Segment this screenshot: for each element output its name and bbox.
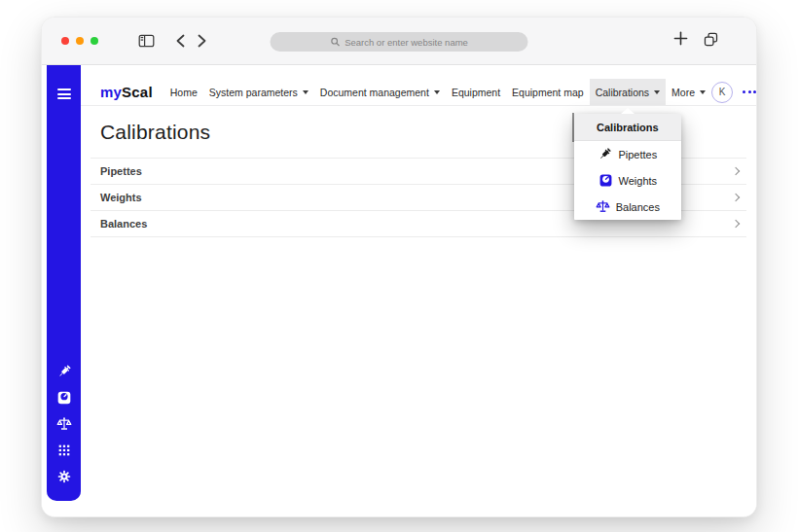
tab-overview-icon[interactable] — [703, 31, 719, 48]
weight-scale-icon — [598, 173, 613, 188]
sidebar-toggle-icon[interactable] — [137, 33, 156, 49]
pipette-icon — [56, 364, 72, 379]
browser-toolbar: Search or enter website name — [42, 18, 756, 65]
sidebar-item-weights[interactable] — [56, 390, 72, 406]
menu-item-balances[interactable]: Balances — [574, 194, 681, 220]
nav-item-system-parameters[interactable]: System parameters — [203, 79, 314, 105]
window-controls — [61, 37, 98, 45]
sidebar-item-balances[interactable] — [56, 416, 72, 432]
minimize-window-button[interactable] — [76, 37, 84, 45]
app-area: myScal Home System parameters Document m… — [42, 65, 756, 516]
browser-window: Search or enter website name — [41, 17, 757, 517]
content-area: myScal Home System parameters Document m… — [81, 65, 756, 516]
pipette-icon — [598, 147, 612, 161]
chevron-down-icon — [654, 90, 660, 94]
search-placeholder: Search or enter website name — [345, 37, 468, 48]
sidebar-item-settings[interactable] — [56, 469, 72, 484]
menu-item-pipettes[interactable]: Pipettes — [574, 141, 681, 167]
nav-item-equipment[interactable]: Equipment — [446, 79, 506, 105]
nav-item-document-management[interactable]: Document management — [314, 79, 446, 105]
chevron-right-icon — [732, 167, 740, 175]
settings-gear-icon — [56, 469, 72, 484]
nav-item-calibrations[interactable]: Calibrations Calibrations Pipettes Weigh… — [590, 79, 666, 105]
dropdown-arrow — [621, 108, 635, 114]
nav-item-more[interactable]: More — [666, 79, 711, 105]
back-icon[interactable] — [175, 34, 186, 48]
nav-item-home[interactable]: Home — [164, 79, 203, 105]
app-logo[interactable]: myScal — [100, 79, 153, 105]
apps-grid-icon — [56, 443, 72, 458]
chevron-right-icon — [732, 194, 740, 201]
nav-item-equipment-map[interactable]: Equipment map — [506, 79, 590, 105]
menu-item-weights[interactable]: Weights — [574, 167, 681, 194]
weight-scale-icon — [56, 390, 72, 406]
chevron-down-icon — [434, 90, 440, 94]
new-tab-icon[interactable] — [673, 31, 688, 46]
url-search-bar[interactable]: Search or enter website name — [271, 32, 528, 52]
sidebar-item-pipettes[interactable] — [56, 364, 72, 379]
chevron-right-icon — [732, 220, 740, 228]
sidebar-item-apps[interactable] — [56, 443, 72, 458]
top-navbar: myScal Home System parameters Document m… — [81, 65, 756, 106]
menu-icon[interactable] — [57, 89, 71, 99]
balance-scale-icon — [56, 416, 72, 432]
avatar[interactable]: K — [711, 82, 733, 103]
forward-icon[interactable] — [197, 34, 207, 48]
zoom-window-button[interactable] — [91, 37, 98, 45]
chevron-down-icon — [700, 90, 706, 94]
more-options-icon[interactable] — [743, 90, 756, 93]
close-window-button[interactable] — [61, 37, 69, 45]
search-icon — [330, 37, 340, 47]
balance-scale-icon — [596, 199, 610, 214]
sidebar-icon-stack — [56, 364, 72, 484]
dropdown-header: Calibrations — [574, 114, 681, 141]
chevron-down-icon — [303, 90, 308, 94]
sidebar — [47, 65, 81, 501]
calibrations-dropdown: Calibrations Pipettes Weights Balances — [574, 114, 681, 220]
